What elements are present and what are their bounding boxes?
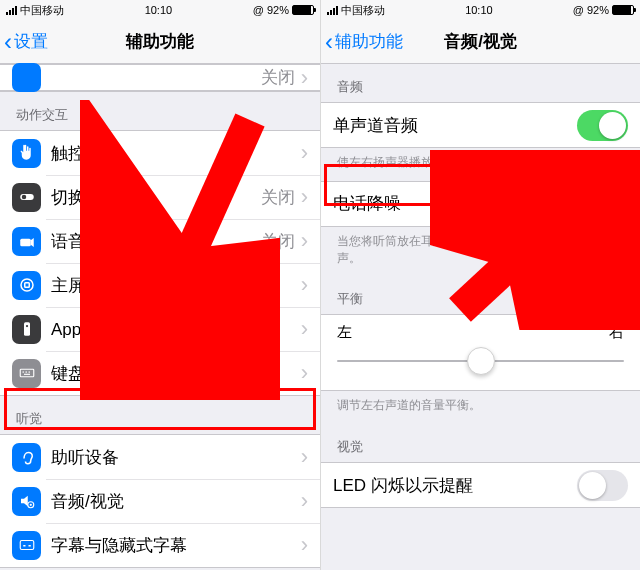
- svg-rect-9: [25, 372, 27, 373]
- chevron-left-icon: ‹: [4, 30, 12, 54]
- nav-bar: ‹辅助功能 音频/视觉: [321, 20, 640, 64]
- status-bar: 中国移动 10:10 @92%: [321, 0, 640, 20]
- footer-text: 使左右扬声器播放同一内容。: [321, 148, 640, 181]
- chevron-right-icon: ›: [301, 230, 308, 252]
- battery-pct: 92%: [267, 4, 289, 16]
- back-button[interactable]: ‹设置: [0, 30, 48, 54]
- balance-slider-row: 左 右: [321, 315, 640, 390]
- chevron-right-icon: ›: [301, 186, 308, 208]
- section-header-audio: 音频: [321, 64, 640, 102]
- cell-label: 语音控制: [51, 230, 261, 253]
- footer-text: 当您将听筒放在耳边时，降噪可减少电话中的环境噪声。: [321, 227, 640, 277]
- right-screen: 中国移动 10:10 @92% ‹辅助功能 音频/视觉 音频 单声道音频 使左右…: [320, 0, 640, 570]
- av-icon: [12, 487, 41, 516]
- svg-rect-5: [24, 322, 30, 336]
- row-noise-cancel[interactable]: 电话降噪: [321, 182, 640, 226]
- cell-label: 助听设备: [51, 446, 301, 469]
- svg-rect-7: [20, 369, 34, 377]
- home-icon: [12, 271, 41, 300]
- svg-rect-2: [20, 239, 31, 247]
- list-item[interactable]: 切换控制关闭›: [0, 175, 320, 219]
- svg-rect-8: [22, 372, 24, 373]
- list-item[interactable]: 键盘›: [0, 351, 320, 395]
- list-item[interactable]: x 关闭 ›: [0, 65, 320, 91]
- cell-label: 电话降噪: [333, 192, 577, 215]
- chevron-right-icon: ›: [301, 534, 308, 556]
- chevron-right-icon: ›: [301, 362, 308, 384]
- chevron-right-icon: ›: [301, 67, 308, 89]
- balance-right-label: 右: [609, 323, 624, 342]
- cell-label: Apple TV 遥控器: [51, 318, 301, 341]
- keyboard-icon: [12, 359, 41, 388]
- page-title: 辅助功能: [0, 30, 320, 53]
- cell-label: 主屏幕按钮: [51, 274, 301, 297]
- cell-label: 切换控制: [51, 186, 261, 209]
- voice-icon: [12, 227, 41, 256]
- balance-left-label: 左: [337, 323, 352, 342]
- list-item[interactable]: 触控›: [0, 131, 320, 175]
- row-mono-audio[interactable]: 单声道音频: [321, 103, 640, 147]
- ear-icon: [12, 443, 41, 472]
- list-item[interactable]: Apple TV 遥控器›: [0, 307, 320, 351]
- cell-label: 字幕与隐藏式字幕: [51, 534, 301, 557]
- cell-value: 关闭: [261, 186, 295, 209]
- row-led-flash[interactable]: LED 闪烁以示提醒: [321, 463, 640, 507]
- svg-point-1: [21, 195, 26, 200]
- list-item[interactable]: 字幕与隐藏式字幕›: [0, 523, 320, 567]
- cell-value: 关闭: [261, 66, 295, 89]
- slider-thumb[interactable]: [467, 347, 495, 375]
- section-header-balance: 平衡: [321, 276, 640, 314]
- svg-point-6: [25, 325, 27, 327]
- list-item[interactable]: 助听设备›: [0, 435, 320, 479]
- list-item[interactable]: 语音控制关闭›: [0, 219, 320, 263]
- balance-slider[interactable]: [337, 360, 624, 362]
- svg-rect-4: [24, 283, 29, 288]
- cell-label: LED 闪烁以示提醒: [333, 474, 577, 497]
- caption-icon: [12, 531, 41, 560]
- svg-rect-14: [20, 541, 34, 550]
- hand-icon: [12, 139, 41, 168]
- cell-label: 触控: [51, 142, 301, 165]
- list-item[interactable]: 主屏幕按钮›: [0, 263, 320, 307]
- status-bar: 中国移动 10:10 @92%: [0, 0, 320, 20]
- list-item[interactable]: 音频/视觉›: [0, 479, 320, 523]
- section-header-visual: 视觉: [321, 424, 640, 462]
- footer-text: 调节左右声道的音量平衡。: [321, 391, 640, 424]
- svg-rect-10: [28, 372, 30, 373]
- carrier-label: 中国移动: [20, 3, 64, 18]
- back-button[interactable]: ‹辅助功能: [321, 30, 403, 54]
- chevron-right-icon: ›: [301, 318, 308, 340]
- cell-label: 单声道音频: [333, 114, 577, 137]
- left-screen: 中国移动 10:10 @92% ‹设置 辅助功能 x 关闭 › 动作交互 触控›…: [0, 0, 320, 570]
- cell-value: 关闭: [261, 230, 295, 253]
- svg-point-3: [21, 279, 33, 291]
- chevron-right-icon: ›: [301, 490, 308, 512]
- svg-rect-11: [24, 374, 30, 375]
- chevron-right-icon: ›: [301, 274, 308, 296]
- svg-point-13: [29, 504, 31, 506]
- section-header-hear: 听觉: [0, 396, 320, 434]
- remote-icon: [12, 315, 41, 344]
- status-time: 10:10: [64, 4, 253, 16]
- nav-bar: ‹设置 辅助功能: [0, 20, 320, 64]
- chevron-right-icon: ›: [301, 142, 308, 164]
- toggle-noise[interactable]: [577, 188, 628, 219]
- toggle-led[interactable]: [577, 470, 628, 501]
- toggle-mono[interactable]: [577, 110, 628, 141]
- switch-icon: [12, 183, 41, 212]
- section-header-touch: 动作交互: [0, 92, 320, 130]
- cell-label: 键盘: [51, 362, 301, 385]
- chevron-left-icon: ‹: [325, 30, 333, 54]
- cell-label: 音频/视觉: [51, 490, 301, 513]
- chevron-right-icon: ›: [301, 446, 308, 468]
